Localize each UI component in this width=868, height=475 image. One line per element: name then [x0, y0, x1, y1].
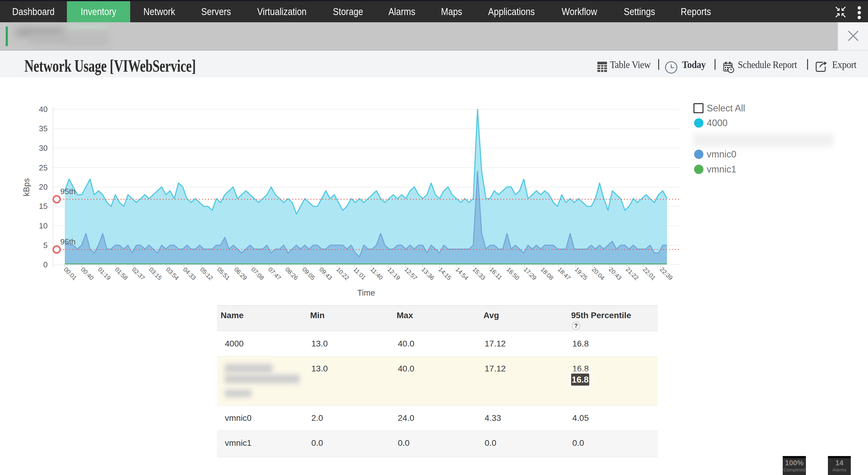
svg-text:14:15: 14:15: [437, 266, 453, 281]
svg-text:18:47: 18:47: [556, 266, 572, 281]
svg-text:10:22: 10:22: [335, 266, 350, 281]
svg-text:12:19: 12:19: [386, 266, 401, 281]
svg-text:01:19: 01:19: [97, 266, 112, 281]
svg-text:07:08: 07:08: [250, 266, 265, 281]
svg-text:16:11: 16:11: [488, 266, 503, 281]
svg-text:kBps: kBps: [22, 178, 31, 196]
svg-text:22:01: 22:01: [642, 266, 657, 281]
svg-text:15:33: 15:33: [471, 266, 487, 281]
svg-text:03:15: 03:15: [148, 266, 163, 281]
svg-text:35: 35: [39, 124, 48, 133]
svg-text:01:58: 01:58: [114, 266, 129, 281]
svg-text:09:05: 09:05: [301, 266, 316, 281]
svg-text:30: 30: [39, 144, 48, 152]
svg-text:00:01: 00:01: [63, 266, 78, 281]
svg-text:07:47: 07:47: [267, 266, 282, 281]
svg-text:05:12: 05:12: [199, 266, 214, 281]
svg-text:14:54: 14:54: [454, 266, 470, 281]
svg-text:09:43: 09:43: [318, 266, 333, 281]
svg-text:08:26: 08:26: [284, 266, 299, 281]
svg-text:22:39: 22:39: [658, 266, 674, 281]
svg-text:04:33: 04:33: [182, 266, 197, 281]
svg-text:21:22: 21:22: [624, 266, 640, 281]
svg-text:16:50: 16:50: [505, 266, 521, 281]
svg-text:20:43: 20:43: [608, 266, 623, 281]
svg-text:02:37: 02:37: [131, 266, 146, 281]
svg-text:95th: 95th: [60, 237, 76, 246]
svg-text:06:29: 06:29: [233, 266, 248, 281]
svg-text:20: 20: [39, 182, 48, 192]
svg-text:18:08: 18:08: [539, 266, 555, 281]
svg-text:11:01: 11:01: [352, 266, 367, 281]
svg-text:00:40: 00:40: [80, 266, 95, 281]
svg-text:95th: 95th: [60, 187, 76, 196]
svg-text:12:57: 12:57: [403, 266, 418, 281]
svg-text:25: 25: [39, 163, 48, 172]
svg-text:11:40: 11:40: [369, 266, 384, 281]
svg-text:0: 0: [43, 260, 48, 269]
svg-text:Time: Time: [358, 289, 375, 297]
svg-text:5: 5: [43, 241, 48, 250]
svg-text:17:29: 17:29: [522, 266, 538, 281]
svg-text:03:54: 03:54: [165, 266, 180, 281]
svg-text:10: 10: [39, 221, 48, 230]
svg-text:40: 40: [39, 105, 48, 114]
svg-text:19:25: 19:25: [574, 266, 589, 281]
svg-text:15: 15: [39, 202, 48, 211]
svg-text:13:36: 13:36: [420, 266, 435, 281]
svg-text:20:04: 20:04: [590, 266, 606, 281]
svg-text:05:51: 05:51: [216, 266, 231, 281]
